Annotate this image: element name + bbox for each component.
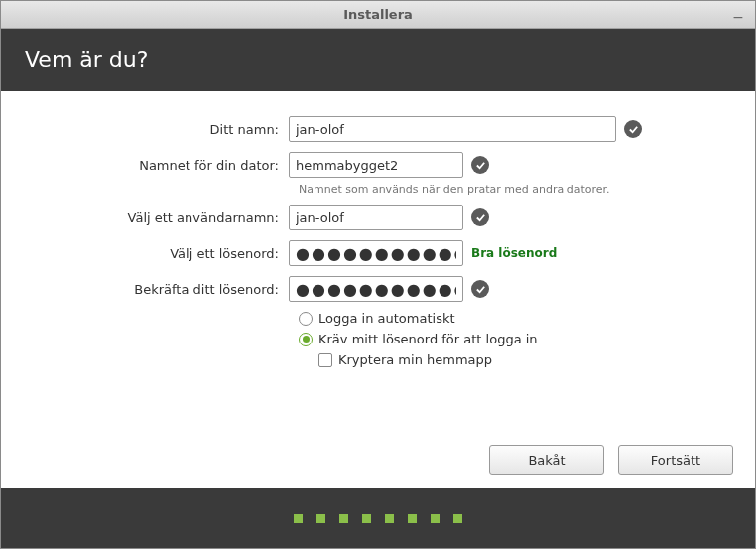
page-header: Vem är du? xyxy=(1,29,755,91)
username-input[interactable] xyxy=(289,205,463,230)
confirm-label: Bekräfta ditt lösenord: xyxy=(31,282,289,297)
password-strength: Bra lösenord xyxy=(471,246,557,260)
nav-buttons: Bakåt Fortsätt xyxy=(489,445,733,475)
progress-dot xyxy=(385,514,394,523)
name-label: Ditt namn: xyxy=(31,122,289,137)
name-input[interactable] xyxy=(289,116,616,142)
check-icon xyxy=(471,156,489,174)
checkbox-icon[interactable] xyxy=(318,353,332,367)
hostname-label: Namnet för din dator: xyxy=(31,158,289,173)
check-icon xyxy=(471,208,489,226)
installer-window: Installera − Vem är du? Ditt namn: Namne… xyxy=(0,0,756,549)
progress-dot xyxy=(431,514,440,523)
confirm-input[interactable] xyxy=(289,276,463,302)
login-options: Logga in automatiskt Kräv mitt lösenord … xyxy=(299,311,725,367)
progress-dot xyxy=(453,514,462,523)
radio-require-password[interactable]: Kräv mitt lösenord för att logga in xyxy=(299,332,725,346)
row-hostname: Namnet för din dator: xyxy=(31,151,725,179)
form-panel: Ditt namn: Namnet för din dator: Namnet … xyxy=(1,91,755,488)
progress-dot xyxy=(316,514,325,523)
radio-label: Kräv mitt lösenord för att logga in xyxy=(318,332,538,346)
progress-dot xyxy=(408,514,417,523)
hostname-input[interactable] xyxy=(289,152,463,178)
row-username: Välj ett användarnamn: xyxy=(31,204,725,231)
hostname-hint: Namnet som används när den pratar med an… xyxy=(299,183,725,196)
progress-dot xyxy=(339,514,348,523)
check-icon xyxy=(624,120,642,138)
radio-icon[interactable] xyxy=(299,312,313,326)
checkbox-encrypt-home[interactable]: Kryptera min hemmapp xyxy=(318,352,725,367)
password-input[interactable] xyxy=(289,240,463,266)
page-title: Vem är du? xyxy=(25,47,731,71)
checkbox-label: Kryptera min hemmapp xyxy=(338,352,492,367)
row-password: Välj ett lösenord: Bra lösenord xyxy=(31,239,725,267)
password-label: Välj ett lösenord: xyxy=(31,246,289,261)
continue-button[interactable]: Fortsätt xyxy=(618,445,733,475)
progress-footer xyxy=(1,488,755,548)
titlebar: Installera − xyxy=(1,1,755,29)
progress-dot xyxy=(362,514,371,523)
row-confirm: Bekräfta ditt lösenord: xyxy=(31,275,725,303)
progress-dot xyxy=(294,514,303,523)
back-button[interactable]: Bakåt xyxy=(489,445,604,475)
row-name: Ditt namn: xyxy=(31,115,725,143)
check-icon xyxy=(471,280,489,298)
radio-label: Logga in automatiskt xyxy=(318,311,455,326)
radio-icon[interactable] xyxy=(299,333,313,346)
window-title: Installera xyxy=(343,7,413,22)
username-label: Välj ett användarnamn: xyxy=(31,210,289,225)
minimize-icon[interactable]: − xyxy=(731,7,745,21)
radio-auto-login[interactable]: Logga in automatiskt xyxy=(299,311,725,326)
